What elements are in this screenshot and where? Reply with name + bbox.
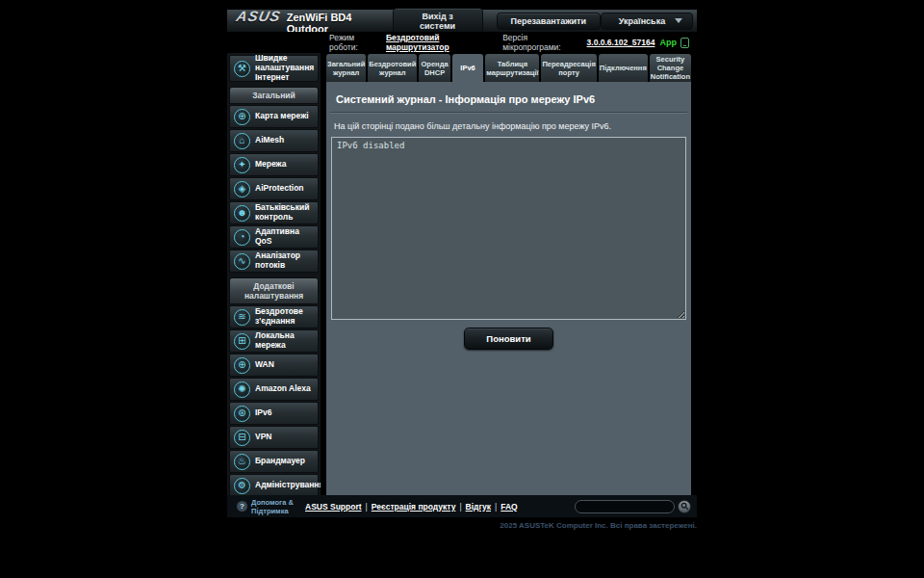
sidebar-section-advanced: Додаткові налаштування [229,277,319,304]
traffic-analyzer-icon: ∿ [234,253,250,270]
chevron-down-icon [675,18,682,23]
help-support-link[interactable]: ? Допомога & Підтримка [237,498,295,515]
page-description: На цій сторінці подано більш детальну ін… [328,113,689,137]
model-name: ZenWiFi BD4 Outdoor [287,12,379,35]
gear-icon: ⚙ [234,478,250,494]
content-filler [328,355,689,495]
faq-link[interactable]: FAQ [500,502,517,512]
quick-setup-icon: ⚒ [234,61,250,77]
product-registration-link[interactable]: Реєстрація продукту [372,502,456,512]
sidebar-item-label: Мережа [255,160,286,170]
logout-button[interactable]: Вихід з системи [393,8,483,35]
network-map-icon: ⊕ [234,109,250,125]
sidebar-item-label: Карта мережі [255,112,309,121]
sidebar-item-aiprotection[interactable]: ◈ AiProtection [229,177,319,200]
sidebar-item-label: Amazon Alexa [255,384,311,394]
sidebar-item-traffic-analyzer[interactable]: ∿ Аналізатор потоків [229,250,319,273]
content-panel: Системний журнал - Інформація про мережу… [326,82,691,495]
sidebar-item-label: Бездротове з'єднання [255,307,314,327]
sidebar-item-label: Батьківський контроль [255,203,314,223]
sidebar-item-label: IPv6 [255,408,272,418]
sidebar-item-label: Адміністрування [255,481,321,490]
screen-background: ASUS ZenWiFi BD4 Outdoor Вихід з системи… [0,0,924,578]
sidebar-item-wan[interactable]: ⊕ WAN [229,354,319,377]
sidebar-item-network-map[interactable]: ⊕ Карта мережі [229,105,319,128]
mode-bar: Режим роботи: Бездротовий маршрутизатор … [227,32,697,53]
sidebar-item-label: Локальна мережа [255,331,314,351]
footer: ? Допомога & Підтримка ASUS Support | Ре… [227,495,697,517]
footer-links: ASUS Support | Реєстрація продукту | Від… [305,502,518,512]
sidebar-item-label: Адаптивна QoS [255,227,314,247]
shield-icon: ◈ [234,181,250,197]
main-area: Загальний журнал Бездротовий журнал Орен… [326,53,691,495]
asus-support-link[interactable]: ASUS Support [305,502,362,512]
button-row: Поновити [328,320,689,355]
sidebar-item-quick-setup[interactable]: ⚒ Швидке налаштування Інтернет [229,55,319,82]
parental-controls-icon: ☻ [234,205,250,222]
sidebar-item-firewall[interactable]: ♨ Брандмауер [229,450,319,473]
sidebar-item-ipv6[interactable]: ⊛ IPv6 [229,402,319,425]
wan-globe-icon: ⊕ [234,357,250,374]
sidebar-item-network[interactable]: ✦ Мережа [229,153,319,176]
tab-ipv6[interactable]: IPv6 [452,54,484,82]
tab-port-forwarding[interactable]: Переадресація порту [541,54,596,82]
brand: ASUS ZenWiFi BD4 Outdoor [231,8,379,35]
app-label: App [660,38,678,47]
phone-app-icon [680,38,689,48]
tab-connections[interactable]: Підключення [599,54,648,82]
help-icon: ? [237,501,247,512]
app-link[interactable]: App [660,38,690,48]
sidebar-item-label: VPN [255,433,271,442]
sidebar-item-label: AiMesh [255,136,284,145]
link-separator: | [366,502,368,512]
tab-general-log[interactable]: Загальний журнал [326,54,366,82]
router-admin-window: ASUS ZenWiFi BD4 Outdoor Вихід з системи… [227,10,697,517]
firmware-link[interactable]: 3.0.0.6.102_57164 [587,38,655,47]
aimesh-icon: ⌂ [234,133,250,149]
mode-label: Режим роботи: [329,33,382,52]
search-icon [680,502,689,511]
sidebar-item-administration[interactable]: ⚙ Адміністрування [229,474,319,495]
reboot-button[interactable]: Перезавантажити [497,13,601,30]
sidebar-item-aimesh[interactable]: ⌂ AiMesh [229,129,319,152]
copyright-text: 2025 ASUSTeK Computer Inc. Всі права зас… [227,521,697,530]
network-icon: ✦ [234,157,250,173]
link-separator: | [459,502,461,512]
tab-wireless-log[interactable]: Бездротовий журнал [368,54,417,82]
sidebar-item-label: WAN [255,360,274,370]
sidebar-item-label: Швидке налаштування Інтернет [255,54,314,82]
sidebar-section-general: Загальний [229,87,319,104]
firmware-label: Версія мікропрограми: [502,33,582,52]
lan-icon: ⊞ [234,333,250,350]
language-dropdown[interactable]: Українська [601,13,693,30]
sidebar-item-label: Брандмауер [255,457,305,466]
language-label: Українська [619,16,665,26]
ipv6-globe-icon: ⊛ [234,406,250,422]
sidebar-item-adaptive-qos[interactable]: ◔ Адаптивна QoS [229,225,319,249]
sidebar-item-parental-controls[interactable]: ☻ Батьківський контроль [229,201,319,224]
tab-security-change-notification[interactable]: Security Change Notification [650,54,691,82]
sidebar-item-lan[interactable]: ⊞ Локальна мережа [229,329,319,353]
wifi-icon: ≋ [234,309,250,326]
footer-search [575,500,691,513]
link-separator: | [495,502,497,512]
page-title: Системний журнал - Інформація про мережу… [330,88,687,113]
feedback-link[interactable]: Відгук [466,502,491,512]
sidebar-item-wireless[interactable]: ≋ Бездротове з'єднання [229,305,319,328]
sidebar-item-vpn[interactable]: ⊟ VPN [229,426,319,449]
mode-link[interactable]: Бездротовий маршрутизатор [386,33,498,52]
tab-routing-table[interactable]: Таблиця маршрутизації [485,54,539,82]
search-input[interactable] [575,500,675,513]
tab-dhcp-leases[interactable]: Оренда DHCP [419,54,450,82]
help-label: Допомога & Підтримка [251,498,295,515]
qos-gauge-icon: ◔ [234,229,250,246]
sidebar-item-amazon-alexa[interactable]: ✺ Amazon Alexa [229,378,319,401]
ipv6-log-textarea[interactable]: IPv6 disabled [331,137,686,320]
sidebar-item-label: AiProtection [255,184,304,194]
asus-logo: ASUS [235,8,282,24]
refresh-button[interactable]: Поновити [464,328,552,350]
log-tabs: Загальний журнал Бездротовий журнал Орен… [326,54,691,82]
top-header: ASUS ZenWiFi BD4 Outdoor Вихід з системи… [227,10,697,32]
body: ⚒ Швидке налаштування Інтернет Загальний… [227,53,697,495]
search-button[interactable] [678,500,691,513]
